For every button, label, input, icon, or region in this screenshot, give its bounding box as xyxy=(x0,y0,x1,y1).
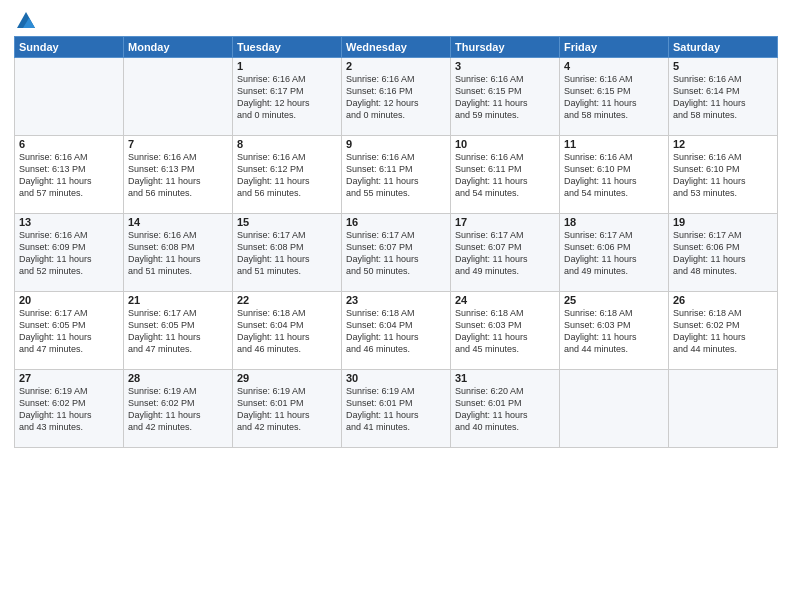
cell-3-3: 15Sunrise: 6:17 AMSunset: 6:08 PMDayligh… xyxy=(233,214,342,292)
cell-5-2: 28Sunrise: 6:19 AMSunset: 6:02 PMDayligh… xyxy=(124,370,233,448)
cell-2-4: 9Sunrise: 6:16 AMSunset: 6:11 PMDaylight… xyxy=(342,136,451,214)
cell-content: Sunrise: 6:16 AMSunset: 6:17 PMDaylight:… xyxy=(237,73,337,122)
day-number: 20 xyxy=(19,294,119,306)
cell-content: Sunrise: 6:18 AMSunset: 6:02 PMDaylight:… xyxy=(673,307,773,356)
week-row-3: 13Sunrise: 6:16 AMSunset: 6:09 PMDayligh… xyxy=(15,214,778,292)
cell-1-7: 5Sunrise: 6:16 AMSunset: 6:14 PMDaylight… xyxy=(669,58,778,136)
day-number: 11 xyxy=(564,138,664,150)
page-header xyxy=(14,10,778,28)
calendar-table: SundayMondayTuesdayWednesdayThursdayFrid… xyxy=(14,36,778,448)
day-number: 30 xyxy=(346,372,446,384)
cell-5-1: 27Sunrise: 6:19 AMSunset: 6:02 PMDayligh… xyxy=(15,370,124,448)
cell-5-7 xyxy=(669,370,778,448)
col-header-monday: Monday xyxy=(124,37,233,58)
cell-4-4: 23Sunrise: 6:18 AMSunset: 6:04 PMDayligh… xyxy=(342,292,451,370)
col-header-wednesday: Wednesday xyxy=(342,37,451,58)
week-row-5: 27Sunrise: 6:19 AMSunset: 6:02 PMDayligh… xyxy=(15,370,778,448)
cell-1-3: 1Sunrise: 6:16 AMSunset: 6:17 PMDaylight… xyxy=(233,58,342,136)
cell-content: Sunrise: 6:17 AMSunset: 6:05 PMDaylight:… xyxy=(19,307,119,356)
cell-content: Sunrise: 6:16 AMSunset: 6:11 PMDaylight:… xyxy=(455,151,555,200)
cell-content: Sunrise: 6:19 AMSunset: 6:01 PMDaylight:… xyxy=(346,385,446,434)
cell-content: Sunrise: 6:17 AMSunset: 6:06 PMDaylight:… xyxy=(673,229,773,278)
cell-3-6: 18Sunrise: 6:17 AMSunset: 6:06 PMDayligh… xyxy=(560,214,669,292)
cell-content: Sunrise: 6:16 AMSunset: 6:09 PMDaylight:… xyxy=(19,229,119,278)
cell-content: Sunrise: 6:17 AMSunset: 6:08 PMDaylight:… xyxy=(237,229,337,278)
logo xyxy=(14,10,37,28)
cell-content: Sunrise: 6:16 AMSunset: 6:13 PMDaylight:… xyxy=(19,151,119,200)
calendar-header-row: SundayMondayTuesdayWednesdayThursdayFrid… xyxy=(15,37,778,58)
day-number: 29 xyxy=(237,372,337,384)
cell-content: Sunrise: 6:18 AMSunset: 6:03 PMDaylight:… xyxy=(564,307,664,356)
cell-content: Sunrise: 6:17 AMSunset: 6:07 PMDaylight:… xyxy=(346,229,446,278)
cell-content: Sunrise: 6:19 AMSunset: 6:02 PMDaylight:… xyxy=(19,385,119,434)
day-number: 22 xyxy=(237,294,337,306)
day-number: 14 xyxy=(128,216,228,228)
day-number: 7 xyxy=(128,138,228,150)
cell-1-1 xyxy=(15,58,124,136)
day-number: 9 xyxy=(346,138,446,150)
day-number: 15 xyxy=(237,216,337,228)
cell-content: Sunrise: 6:16 AMSunset: 6:15 PMDaylight:… xyxy=(455,73,555,122)
cell-4-2: 21Sunrise: 6:17 AMSunset: 6:05 PMDayligh… xyxy=(124,292,233,370)
col-header-tuesday: Tuesday xyxy=(233,37,342,58)
day-number: 8 xyxy=(237,138,337,150)
cell-content: Sunrise: 6:19 AMSunset: 6:01 PMDaylight:… xyxy=(237,385,337,434)
cell-content: Sunrise: 6:16 AMSunset: 6:10 PMDaylight:… xyxy=(564,151,664,200)
col-header-saturday: Saturday xyxy=(669,37,778,58)
day-number: 25 xyxy=(564,294,664,306)
cell-1-2 xyxy=(124,58,233,136)
day-number: 31 xyxy=(455,372,555,384)
cell-content: Sunrise: 6:18 AMSunset: 6:03 PMDaylight:… xyxy=(455,307,555,356)
cell-4-1: 20Sunrise: 6:17 AMSunset: 6:05 PMDayligh… xyxy=(15,292,124,370)
day-number: 17 xyxy=(455,216,555,228)
cell-content: Sunrise: 6:16 AMSunset: 6:14 PMDaylight:… xyxy=(673,73,773,122)
day-number: 18 xyxy=(564,216,664,228)
cell-content: Sunrise: 6:18 AMSunset: 6:04 PMDaylight:… xyxy=(237,307,337,356)
col-header-friday: Friday xyxy=(560,37,669,58)
cell-content: Sunrise: 6:17 AMSunset: 6:07 PMDaylight:… xyxy=(455,229,555,278)
cell-1-4: 2Sunrise: 6:16 AMSunset: 6:16 PMDaylight… xyxy=(342,58,451,136)
cell-4-5: 24Sunrise: 6:18 AMSunset: 6:03 PMDayligh… xyxy=(451,292,560,370)
calendar-body: 1Sunrise: 6:16 AMSunset: 6:17 PMDaylight… xyxy=(15,58,778,448)
cell-5-3: 29Sunrise: 6:19 AMSunset: 6:01 PMDayligh… xyxy=(233,370,342,448)
week-row-4: 20Sunrise: 6:17 AMSunset: 6:05 PMDayligh… xyxy=(15,292,778,370)
day-number: 10 xyxy=(455,138,555,150)
cell-4-3: 22Sunrise: 6:18 AMSunset: 6:04 PMDayligh… xyxy=(233,292,342,370)
day-number: 2 xyxy=(346,60,446,72)
cell-1-5: 3Sunrise: 6:16 AMSunset: 6:15 PMDaylight… xyxy=(451,58,560,136)
day-number: 3 xyxy=(455,60,555,72)
day-number: 1 xyxy=(237,60,337,72)
day-number: 27 xyxy=(19,372,119,384)
cell-4-7: 26Sunrise: 6:18 AMSunset: 6:02 PMDayligh… xyxy=(669,292,778,370)
day-number: 23 xyxy=(346,294,446,306)
cell-2-6: 11Sunrise: 6:16 AMSunset: 6:10 PMDayligh… xyxy=(560,136,669,214)
cell-content: Sunrise: 6:20 AMSunset: 6:01 PMDaylight:… xyxy=(455,385,555,434)
cell-2-2: 7Sunrise: 6:16 AMSunset: 6:13 PMDaylight… xyxy=(124,136,233,214)
logo-icon xyxy=(15,10,37,32)
day-number: 28 xyxy=(128,372,228,384)
cell-1-6: 4Sunrise: 6:16 AMSunset: 6:15 PMDaylight… xyxy=(560,58,669,136)
day-number: 19 xyxy=(673,216,773,228)
day-number: 13 xyxy=(19,216,119,228)
day-number: 5 xyxy=(673,60,773,72)
cell-content: Sunrise: 6:17 AMSunset: 6:06 PMDaylight:… xyxy=(564,229,664,278)
week-row-2: 6Sunrise: 6:16 AMSunset: 6:13 PMDaylight… xyxy=(15,136,778,214)
cell-content: Sunrise: 6:16 AMSunset: 6:10 PMDaylight:… xyxy=(673,151,773,200)
cell-content: Sunrise: 6:16 AMSunset: 6:11 PMDaylight:… xyxy=(346,151,446,200)
day-number: 4 xyxy=(564,60,664,72)
cell-3-2: 14Sunrise: 6:16 AMSunset: 6:08 PMDayligh… xyxy=(124,214,233,292)
cell-content: Sunrise: 6:16 AMSunset: 6:13 PMDaylight:… xyxy=(128,151,228,200)
cell-3-1: 13Sunrise: 6:16 AMSunset: 6:09 PMDayligh… xyxy=(15,214,124,292)
day-number: 12 xyxy=(673,138,773,150)
day-number: 16 xyxy=(346,216,446,228)
col-header-thursday: Thursday xyxy=(451,37,560,58)
cell-content: Sunrise: 6:16 AMSunset: 6:08 PMDaylight:… xyxy=(128,229,228,278)
cell-2-1: 6Sunrise: 6:16 AMSunset: 6:13 PMDaylight… xyxy=(15,136,124,214)
cell-3-7: 19Sunrise: 6:17 AMSunset: 6:06 PMDayligh… xyxy=(669,214,778,292)
col-header-sunday: Sunday xyxy=(15,37,124,58)
cell-content: Sunrise: 6:19 AMSunset: 6:02 PMDaylight:… xyxy=(128,385,228,434)
cell-content: Sunrise: 6:16 AMSunset: 6:12 PMDaylight:… xyxy=(237,151,337,200)
week-row-1: 1Sunrise: 6:16 AMSunset: 6:17 PMDaylight… xyxy=(15,58,778,136)
day-number: 21 xyxy=(128,294,228,306)
cell-content: Sunrise: 6:17 AMSunset: 6:05 PMDaylight:… xyxy=(128,307,228,356)
